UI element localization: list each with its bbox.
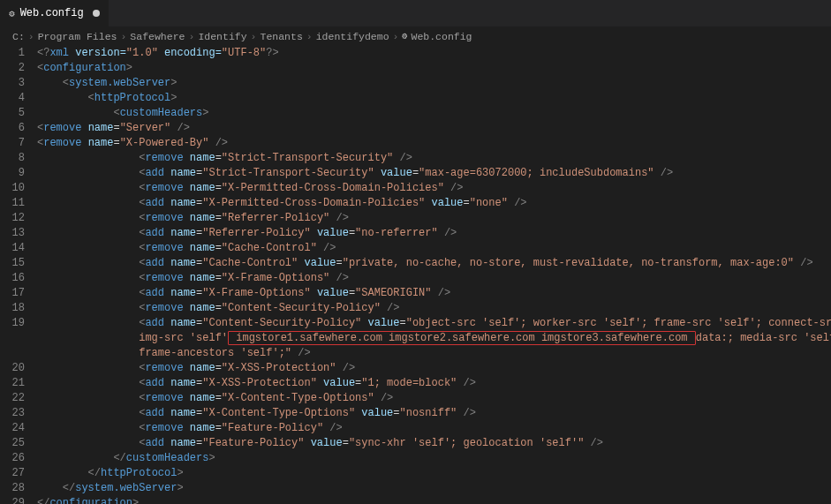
breadcrumb-segment[interactable]: Web.config (411, 31, 472, 42)
code-line[interactable]: <remove name="X-Powered-By" /> (37, 136, 831, 151)
code-line[interactable]: </httpProtocol> (37, 466, 831, 481)
breadcrumb-segment[interactable]: Identify (198, 31, 246, 42)
breadcrumb-segment[interactable]: Tenants (261, 31, 303, 42)
code-line[interactable]: <remove name="Content-Security-Policy" /… (37, 301, 831, 316)
code-line[interactable]: <remove name="X-Frame-Options" /> (37, 271, 831, 286)
line-number: 1 (0, 46, 25, 61)
code-line[interactable]: <system.webServer> (37, 76, 831, 91)
code-line[interactable]: <remove name="Feature-Policy" /> (37, 421, 831, 436)
breadcrumb-segment[interactable]: identifydemo (316, 31, 389, 42)
line-number (0, 346, 25, 361)
breadcrumb[interactable]: C:›Program Files›Safewhere›Identify›Tena… (0, 26, 831, 46)
code-line[interactable]: <add name="Content-Security-Policy" valu… (37, 316, 831, 331)
line-number: 9 (0, 166, 25, 181)
line-number: 24 (0, 421, 25, 436)
line-number: 15 (0, 256, 25, 271)
code-area[interactable]: <?xml version="1.0" encoding="UTF-8"?><c… (37, 46, 831, 504)
line-number: 2 (0, 61, 25, 76)
chevron-right-icon: › (251, 31, 257, 42)
chevron-right-icon: › (306, 31, 313, 42)
line-number: 14 (0, 241, 25, 256)
line-number: 10 (0, 181, 25, 196)
line-number: 4 (0, 91, 25, 106)
code-line[interactable]: img-src 'self' imgstore1.safewhere.com i… (37, 331, 831, 346)
line-number: 23 (0, 406, 25, 421)
code-line[interactable]: </system.webServer> (37, 481, 831, 496)
code-line[interactable]: <httpProtocol> (37, 91, 831, 106)
code-line[interactable]: <add name="Referrer-Policy" value="no-re… (37, 226, 831, 241)
code-line[interactable]: <add name="Cache-Control" value="private… (37, 256, 831, 271)
code-line[interactable]: <add name="X-Permitted-Cross-Domain-Poli… (37, 196, 831, 211)
code-line[interactable]: <remove name="Strict-Transport-Security"… (37, 151, 831, 166)
tab-webconfig[interactable]: ⚙ Web.config (0, 0, 110, 26)
chevron-right-icon: › (188, 31, 194, 42)
line-number: 17 (0, 286, 25, 301)
breadcrumb-segment[interactable]: Safewhere (130, 31, 185, 42)
line-number: 18 (0, 301, 25, 316)
code-line[interactable]: <customHeaders> (37, 106, 831, 121)
code-line[interactable]: <remove name="Referrer-Policy" /> (37, 211, 831, 226)
code-line[interactable]: <add name="X-XSS-Protection" value="1; m… (37, 376, 831, 391)
code-line[interactable]: <configuration> (37, 61, 831, 76)
code-line[interactable]: <add name="Strict-Transport-Security" va… (37, 166, 831, 181)
code-line[interactable]: </customHeaders> (37, 451, 831, 466)
breadcrumb-segment[interactable]: C: (12, 31, 25, 42)
gear-icon: ⚙ (402, 31, 407, 41)
editor[interactable]: 1234567891011121314151617181920212223242… (0, 46, 831, 504)
line-number: 13 (0, 226, 25, 241)
line-number: 25 (0, 436, 25, 451)
code-line[interactable]: <remove name="X-XSS-Protection" /> (37, 361, 831, 376)
code-line[interactable]: <?xml version="1.0" encoding="UTF-8"?> (37, 46, 831, 61)
gear-icon: ⚙ (9, 8, 15, 19)
code-line[interactable]: <add name="X-Content-Type-Options" value… (37, 406, 831, 421)
breadcrumb-segment[interactable]: Program Files (38, 31, 117, 42)
code-line[interactable]: <add name="Feature-Policy" value="sync-x… (37, 436, 831, 451)
line-number: 27 (0, 466, 25, 481)
line-number: 8 (0, 151, 25, 166)
code-line[interactable]: <remove name="X-Permitted-Cross-Domain-P… (37, 181, 831, 196)
line-number: 3 (0, 76, 25, 91)
tab-label: Web.config (20, 7, 84, 19)
line-number: 5 (0, 106, 25, 121)
code-line[interactable]: <remove name="X-Content-Type-Options" /> (37, 391, 831, 406)
line-number: 21 (0, 376, 25, 391)
line-number: 6 (0, 121, 25, 136)
chevron-right-icon: › (28, 31, 34, 42)
line-number: 29 (0, 496, 25, 504)
tab-bar: ⚙ Web.config (0, 0, 831, 26)
highlighted-csp-hosts: imgstore1.safewhere.com imgstore2.safewh… (228, 331, 696, 345)
line-number: 11 (0, 196, 25, 211)
line-gutter: 1234567891011121314151617181920212223242… (0, 46, 37, 504)
line-number: 28 (0, 481, 25, 496)
line-number: 20 (0, 361, 25, 376)
line-number: 26 (0, 451, 25, 466)
line-number: 12 (0, 211, 25, 226)
line-number (0, 331, 25, 346)
code-line[interactable]: frame-ancestors 'self';" /> (37, 346, 831, 361)
code-line[interactable]: <remove name="Cache-Control" /> (37, 241, 831, 256)
line-number: 7 (0, 136, 25, 151)
line-number: 16 (0, 271, 25, 286)
code-line[interactable]: <add name="X-Frame-Options" value="SAMEO… (37, 286, 831, 301)
line-number: 19 (0, 316, 25, 331)
code-line[interactable]: </configuration> (37, 496, 831, 504)
chevron-right-icon: › (393, 31, 399, 42)
code-line[interactable]: <remove name="Server" /> (37, 121, 831, 136)
line-number: 22 (0, 391, 25, 406)
dirty-indicator (93, 10, 100, 17)
chevron-right-icon: › (120, 31, 126, 42)
